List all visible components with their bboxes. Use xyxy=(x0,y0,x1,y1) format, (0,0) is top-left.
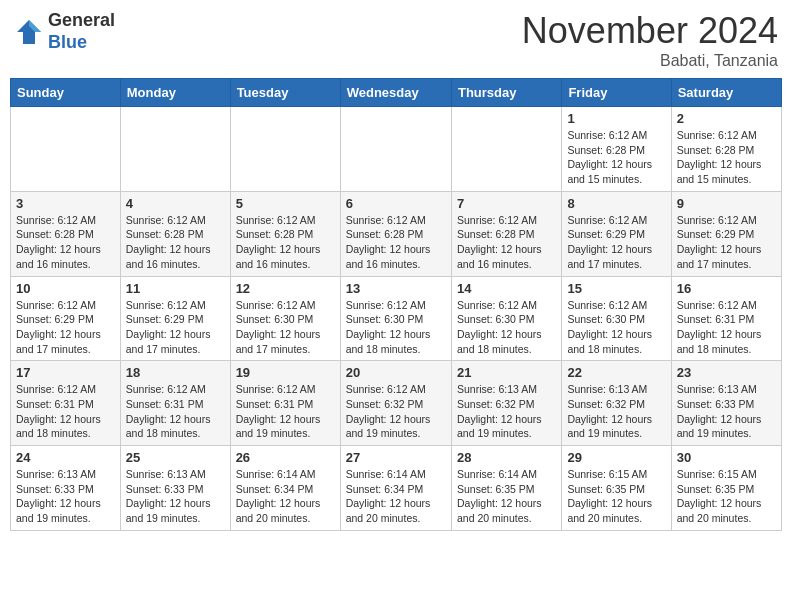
table-row: 24Sunrise: 6:13 AM Sunset: 6:33 PM Dayli… xyxy=(11,446,121,531)
table-row: 7Sunrise: 6:12 AM Sunset: 6:28 PM Daylig… xyxy=(451,191,561,276)
day-number: 9 xyxy=(677,196,776,211)
day-info: Sunrise: 6:13 AM Sunset: 6:32 PM Dayligh… xyxy=(457,382,556,441)
table-row: 18Sunrise: 6:12 AM Sunset: 6:31 PM Dayli… xyxy=(120,361,230,446)
day-info: Sunrise: 6:12 AM Sunset: 6:28 PM Dayligh… xyxy=(126,213,225,272)
weekday-header-wednesday: Wednesday xyxy=(340,79,451,107)
day-number: 10 xyxy=(16,281,115,296)
table-row: 2Sunrise: 6:12 AM Sunset: 6:28 PM Daylig… xyxy=(671,107,781,192)
day-number: 30 xyxy=(677,450,776,465)
day-info: Sunrise: 6:12 AM Sunset: 6:28 PM Dayligh… xyxy=(567,128,665,187)
table-row: 29Sunrise: 6:15 AM Sunset: 6:35 PM Dayli… xyxy=(562,446,671,531)
page-header: General Blue November 2024 Babati, Tanza… xyxy=(10,10,782,70)
table-row: 8Sunrise: 6:12 AM Sunset: 6:29 PM Daylig… xyxy=(562,191,671,276)
calendar-week-row: 10Sunrise: 6:12 AM Sunset: 6:29 PM Dayli… xyxy=(11,276,782,361)
day-number: 12 xyxy=(236,281,335,296)
table-row: 20Sunrise: 6:12 AM Sunset: 6:32 PM Dayli… xyxy=(340,361,451,446)
day-number: 15 xyxy=(567,281,665,296)
day-info: Sunrise: 6:13 AM Sunset: 6:32 PM Dayligh… xyxy=(567,382,665,441)
day-number: 11 xyxy=(126,281,225,296)
weekday-header-sunday: Sunday xyxy=(11,79,121,107)
table-row: 23Sunrise: 6:13 AM Sunset: 6:33 PM Dayli… xyxy=(671,361,781,446)
day-number: 6 xyxy=(346,196,446,211)
day-info: Sunrise: 6:12 AM Sunset: 6:28 PM Dayligh… xyxy=(16,213,115,272)
day-number: 5 xyxy=(236,196,335,211)
day-number: 23 xyxy=(677,365,776,380)
table-row: 17Sunrise: 6:12 AM Sunset: 6:31 PM Dayli… xyxy=(11,361,121,446)
day-info: Sunrise: 6:12 AM Sunset: 6:29 PM Dayligh… xyxy=(567,213,665,272)
day-info: Sunrise: 6:12 AM Sunset: 6:30 PM Dayligh… xyxy=(346,298,446,357)
day-number: 8 xyxy=(567,196,665,211)
table-row: 21Sunrise: 6:13 AM Sunset: 6:32 PM Dayli… xyxy=(451,361,561,446)
table-row: 10Sunrise: 6:12 AM Sunset: 6:29 PM Dayli… xyxy=(11,276,121,361)
day-number: 22 xyxy=(567,365,665,380)
weekday-header-monday: Monday xyxy=(120,79,230,107)
table-row: 5Sunrise: 6:12 AM Sunset: 6:28 PM Daylig… xyxy=(230,191,340,276)
table-row: 28Sunrise: 6:14 AM Sunset: 6:35 PM Dayli… xyxy=(451,446,561,531)
title-area: November 2024 Babati, Tanzania xyxy=(522,10,778,70)
table-row: 26Sunrise: 6:14 AM Sunset: 6:34 PM Dayli… xyxy=(230,446,340,531)
logo-text: General Blue xyxy=(48,10,115,53)
day-info: Sunrise: 6:13 AM Sunset: 6:33 PM Dayligh… xyxy=(126,467,225,526)
day-number: 1 xyxy=(567,111,665,126)
table-row xyxy=(340,107,451,192)
table-row: 19Sunrise: 6:12 AM Sunset: 6:31 PM Dayli… xyxy=(230,361,340,446)
calendar-week-row: 1Sunrise: 6:12 AM Sunset: 6:28 PM Daylig… xyxy=(11,107,782,192)
day-number: 3 xyxy=(16,196,115,211)
table-row: 9Sunrise: 6:12 AM Sunset: 6:29 PM Daylig… xyxy=(671,191,781,276)
day-info: Sunrise: 6:12 AM Sunset: 6:28 PM Dayligh… xyxy=(236,213,335,272)
logo-blue-text: Blue xyxy=(48,32,115,54)
day-number: 7 xyxy=(457,196,556,211)
day-number: 27 xyxy=(346,450,446,465)
weekday-header-thursday: Thursday xyxy=(451,79,561,107)
table-row xyxy=(451,107,561,192)
table-row: 27Sunrise: 6:14 AM Sunset: 6:34 PM Dayli… xyxy=(340,446,451,531)
table-row: 3Sunrise: 6:12 AM Sunset: 6:28 PM Daylig… xyxy=(11,191,121,276)
day-info: Sunrise: 6:12 AM Sunset: 6:29 PM Dayligh… xyxy=(126,298,225,357)
day-number: 2 xyxy=(677,111,776,126)
day-number: 16 xyxy=(677,281,776,296)
table-row: 11Sunrise: 6:12 AM Sunset: 6:29 PM Dayli… xyxy=(120,276,230,361)
day-info: Sunrise: 6:12 AM Sunset: 6:30 PM Dayligh… xyxy=(567,298,665,357)
table-row: 22Sunrise: 6:13 AM Sunset: 6:32 PM Dayli… xyxy=(562,361,671,446)
day-info: Sunrise: 6:12 AM Sunset: 6:31 PM Dayligh… xyxy=(126,382,225,441)
day-info: Sunrise: 6:15 AM Sunset: 6:35 PM Dayligh… xyxy=(567,467,665,526)
table-row: 4Sunrise: 6:12 AM Sunset: 6:28 PM Daylig… xyxy=(120,191,230,276)
logo-icon xyxy=(14,17,44,47)
table-row: 16Sunrise: 6:12 AM Sunset: 6:31 PM Dayli… xyxy=(671,276,781,361)
day-info: Sunrise: 6:12 AM Sunset: 6:32 PM Dayligh… xyxy=(346,382,446,441)
weekday-header-friday: Friday xyxy=(562,79,671,107)
day-info: Sunrise: 6:14 AM Sunset: 6:35 PM Dayligh… xyxy=(457,467,556,526)
location-label: Babati, Tanzania xyxy=(522,52,778,70)
day-number: 19 xyxy=(236,365,335,380)
day-info: Sunrise: 6:12 AM Sunset: 6:31 PM Dayligh… xyxy=(677,298,776,357)
weekday-header-tuesday: Tuesday xyxy=(230,79,340,107)
month-title: November 2024 xyxy=(522,10,778,52)
day-info: Sunrise: 6:12 AM Sunset: 6:30 PM Dayligh… xyxy=(457,298,556,357)
day-number: 20 xyxy=(346,365,446,380)
day-info: Sunrise: 6:13 AM Sunset: 6:33 PM Dayligh… xyxy=(677,382,776,441)
day-info: Sunrise: 6:12 AM Sunset: 6:30 PM Dayligh… xyxy=(236,298,335,357)
day-info: Sunrise: 6:15 AM Sunset: 6:35 PM Dayligh… xyxy=(677,467,776,526)
day-number: 28 xyxy=(457,450,556,465)
table-row: 6Sunrise: 6:12 AM Sunset: 6:28 PM Daylig… xyxy=(340,191,451,276)
day-number: 29 xyxy=(567,450,665,465)
day-number: 17 xyxy=(16,365,115,380)
day-info: Sunrise: 6:13 AM Sunset: 6:33 PM Dayligh… xyxy=(16,467,115,526)
day-number: 24 xyxy=(16,450,115,465)
day-info: Sunrise: 6:14 AM Sunset: 6:34 PM Dayligh… xyxy=(236,467,335,526)
day-info: Sunrise: 6:12 AM Sunset: 6:28 PM Dayligh… xyxy=(677,128,776,187)
table-row: 14Sunrise: 6:12 AM Sunset: 6:30 PM Dayli… xyxy=(451,276,561,361)
table-row xyxy=(230,107,340,192)
table-row: 25Sunrise: 6:13 AM Sunset: 6:33 PM Dayli… xyxy=(120,446,230,531)
table-row: 12Sunrise: 6:12 AM Sunset: 6:30 PM Dayli… xyxy=(230,276,340,361)
logo-general-text: General xyxy=(48,10,115,32)
table-row xyxy=(11,107,121,192)
day-number: 21 xyxy=(457,365,556,380)
day-number: 13 xyxy=(346,281,446,296)
day-info: Sunrise: 6:14 AM Sunset: 6:34 PM Dayligh… xyxy=(346,467,446,526)
calendar-week-row: 24Sunrise: 6:13 AM Sunset: 6:33 PM Dayli… xyxy=(11,446,782,531)
table-row xyxy=(120,107,230,192)
day-number: 4 xyxy=(126,196,225,211)
table-row: 13Sunrise: 6:12 AM Sunset: 6:30 PM Dayli… xyxy=(340,276,451,361)
calendar-week-row: 17Sunrise: 6:12 AM Sunset: 6:31 PM Dayli… xyxy=(11,361,782,446)
